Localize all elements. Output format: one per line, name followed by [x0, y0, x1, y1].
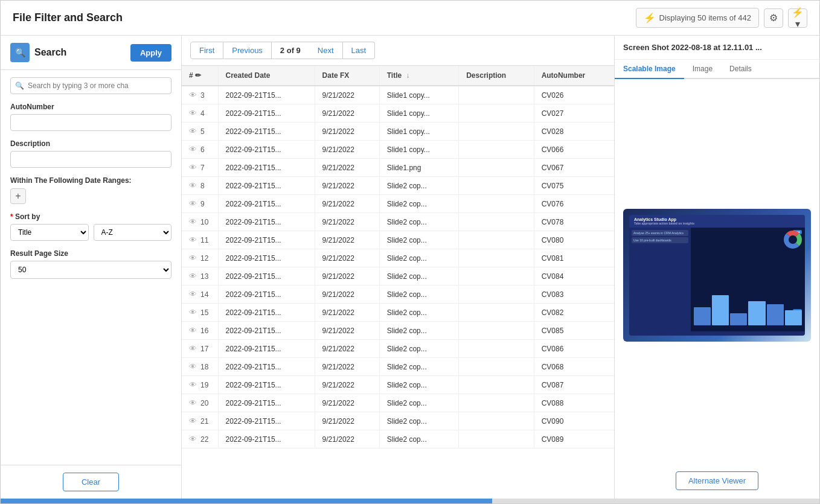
table-row[interactable]: 👁 21 2022-09-21T15... 9/21/2022 Slide2 c…	[182, 412, 614, 430]
row-date-fx: 9/21/2022	[315, 104, 379, 123]
apply-button[interactable]: Apply	[130, 44, 171, 62]
table-row[interactable]: 👁 5 2022-09-21T15... 9/21/2022 Slide1 co…	[182, 123, 614, 141]
eye-icon[interactable]: 👁	[189, 380, 197, 389]
table-row[interactable]: 👁 13 2022-09-21T15... 9/21/2022 Slide2 c…	[182, 267, 614, 285]
row-date-fx: 9/21/2022	[315, 376, 379, 394]
search-label: Search	[34, 47, 126, 58]
row-number: 19	[200, 381, 208, 389]
sort-direction-select[interactable]: A-Z Z-A	[94, 224, 172, 241]
table-row[interactable]: 👁 20 2022-09-21T15... 9/21/2022 Slide2 c…	[182, 394, 614, 412]
row-number: 4	[200, 109, 205, 118]
eye-icon[interactable]: 👁	[189, 217, 197, 226]
eye-icon[interactable]: 👁	[189, 254, 197, 263]
tab-scalable-image[interactable]: Scalable Image	[615, 60, 684, 79]
row-created-date: 2022-09-21T15...	[218, 285, 315, 304]
eye-icon[interactable]: 👁	[189, 435, 197, 444]
row-number: 5	[200, 127, 205, 136]
row-created-date: 2022-09-21T15...	[218, 159, 315, 177]
mock-app-title: Analytics Studio App	[634, 217, 800, 222]
table-row[interactable]: 👁 4 2022-09-21T15... 9/21/2022 Slide1 co…	[182, 104, 614, 123]
search-input[interactable]	[10, 77, 171, 94]
settings-button[interactable]: ⚙	[764, 8, 783, 28]
row-description	[459, 86, 534, 104]
row-title: Slide2 cop...	[379, 213, 458, 231]
mock-app: Analytics Studio App Take appropriate ac…	[629, 215, 805, 336]
eye-icon[interactable]: 👁	[189, 235, 197, 244]
row-title: Slide2 cop...	[379, 394, 458, 412]
row-auto-number: CV090	[534, 412, 614, 430]
table-row[interactable]: 👁 8 2022-09-21T15... 9/21/2022 Slide2 co…	[182, 177, 614, 195]
row-created-date: 2022-09-21T15...	[218, 358, 315, 376]
row-date-fx: 9/21/2022	[315, 358, 379, 376]
sort-row: Title Date FX Created Date AutoNumber A-…	[10, 224, 171, 241]
eye-icon[interactable]: 👁	[189, 326, 197, 335]
table-row[interactable]: 👁 9 2022-09-21T15... 9/21/2022 Slide2 co…	[182, 195, 614, 213]
tab-image[interactable]: Image	[684, 60, 721, 79]
eye-icon[interactable]: 👁	[189, 109, 197, 118]
mock-app-body: Analyse 25+ events in CRM Analytics Use …	[629, 228, 805, 331]
row-title: Slide2 cop...	[379, 231, 458, 249]
col-date-fx[interactable]: Date FX	[315, 66, 379, 86]
row-num-cell: 👁 11	[182, 231, 218, 249]
eye-icon[interactable]: 👁	[189, 199, 197, 208]
eye-icon[interactable]: 👁	[189, 416, 197, 426]
next-button[interactable]: Next	[309, 42, 343, 59]
row-description	[459, 322, 534, 340]
table-row[interactable]: 👁 10 2022-09-21T15... 9/21/2022 Slide2 c…	[182, 213, 614, 231]
page-size-section: Result Page Size 50 25 100	[10, 249, 171, 279]
eye-icon[interactable]: 👁	[189, 308, 197, 317]
eye-icon[interactable]: 👁	[189, 127, 197, 136]
row-description	[459, 394, 534, 412]
sort-required-star: *	[10, 212, 13, 221]
col-auto-number[interactable]: AutoNumber	[534, 66, 614, 86]
eye-icon[interactable]: 👁	[189, 163, 197, 172]
table-row[interactable]: 👁 18 2022-09-21T15... 9/21/2022 Slide2 c…	[182, 358, 614, 376]
row-date-fx: 9/21/2022	[315, 213, 379, 231]
header-actions: ⚡ Displaying 50 items of 442 ⚙ ⚡ ▾	[636, 8, 807, 28]
alternate-viewer-button[interactable]: Alternate Viewer	[676, 471, 758, 490]
row-title: Slide1 copy...	[379, 86, 458, 104]
table-row[interactable]: 👁 15 2022-09-21T15... 9/21/2022 Slide2 c…	[182, 304, 614, 322]
lightning-button[interactable]: ⚡ ▾	[788, 8, 807, 28]
col-description[interactable]: Description	[459, 66, 534, 86]
row-num-cell: 👁 13	[182, 267, 218, 285]
table-row[interactable]: 👁 17 2022-09-21T15... 9/21/2022 Slide2 c…	[182, 340, 614, 358]
row-auto-number: CV075	[534, 177, 614, 195]
col-created-date[interactable]: Created Date	[218, 66, 315, 86]
sort-field-select[interactable]: Title Date FX Created Date AutoNumber	[10, 224, 89, 241]
eye-icon[interactable]: 👁	[189, 181, 197, 190]
clear-button[interactable]: Clear	[63, 473, 119, 491]
row-created-date: 2022-09-21T15...	[218, 213, 315, 231]
eye-icon[interactable]: 👁	[189, 290, 197, 299]
eye-icon[interactable]: 👁	[189, 398, 197, 407]
table-row[interactable]: 👁 6 2022-09-21T15... 9/21/2022 Slide1 co…	[182, 141, 614, 159]
tab-details[interactable]: Details	[721, 60, 760, 79]
add-date-range-button[interactable]: +	[10, 188, 26, 204]
page-size-select[interactable]: 50 25 100	[10, 261, 171, 279]
table-row[interactable]: 👁 3 2022-09-21T15... 9/21/2022 Slide1 co…	[182, 86, 614, 104]
table-row[interactable]: 👁 22 2022-09-21T15... 9/21/2022 Slide2 c…	[182, 430, 614, 448]
description-input[interactable]	[10, 151, 171, 168]
search-icon: 🔍	[15, 48, 25, 57]
col-title[interactable]: Title ↓	[379, 66, 458, 86]
date-range-label: Within The Following Date Ranges:	[10, 176, 171, 185]
last-button[interactable]: Last	[343, 42, 376, 59]
eye-icon[interactable]: 👁	[189, 272, 197, 281]
table-row[interactable]: 👁 14 2022-09-21T15... 9/21/2022 Slide2 c…	[182, 285, 614, 304]
previous-button[interactable]: Previous	[223, 42, 272, 59]
eye-icon[interactable]: 👁	[189, 145, 197, 154]
table-row[interactable]: 👁 7 2022-09-21T15... 9/21/2022 Slide1.pn…	[182, 159, 614, 177]
table-row[interactable]: 👁 16 2022-09-21T15... 9/21/2022 Slide2 c…	[182, 322, 614, 340]
table-row[interactable]: 👁 11 2022-09-21T15... 9/21/2022 Slide2 c…	[182, 231, 614, 249]
layers-icon: ⚡	[644, 12, 656, 24]
table-row[interactable]: 👁 12 2022-09-21T15... 9/21/2022 Slide2 c…	[182, 249, 614, 267]
row-created-date: 2022-09-21T15...	[218, 123, 315, 141]
table-row[interactable]: 👁 19 2022-09-21T15... 9/21/2022 Slide2 c…	[182, 376, 614, 394]
eye-icon[interactable]: 👁	[189, 344, 197, 353]
search-icon-box: 🔍	[10, 43, 30, 62]
eye-icon[interactable]: 👁	[189, 91, 197, 100]
first-button[interactable]: First	[190, 42, 223, 59]
auto-number-input[interactable]	[10, 114, 171, 131]
eye-icon[interactable]: 👁	[189, 362, 197, 371]
row-title: Slide2 cop...	[379, 322, 458, 340]
